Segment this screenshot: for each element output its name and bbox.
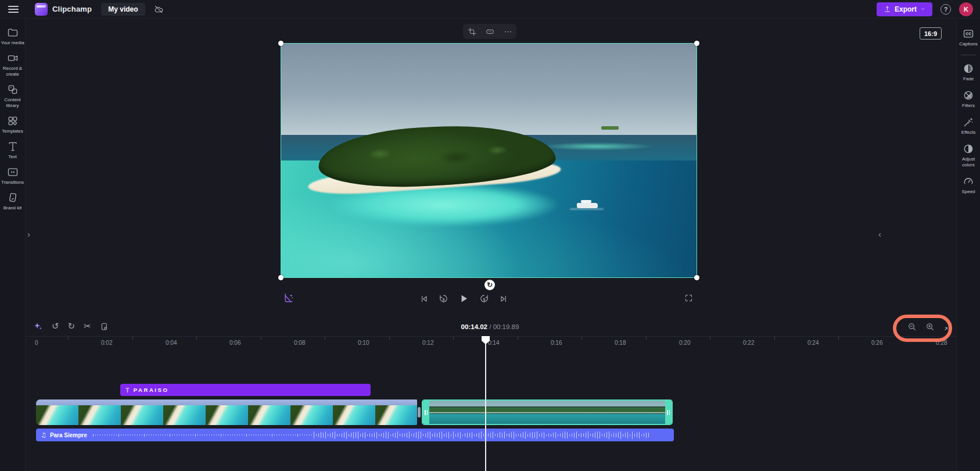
text-clip[interactable]: T PARAISO: [120, 384, 371, 396]
panel-divider: [961, 55, 976, 55]
ruler-tick: [325, 337, 325, 340]
sidebar-item-record-create[interactable]: Record & create: [0, 51, 26, 78]
skip-end-icon: [499, 294, 508, 304]
panel-item-fade[interactable]: Fade: [956, 62, 980, 83]
panel-label: Effects: [956, 130, 980, 135]
add-media-icon: [100, 322, 109, 331]
ruler-label: 0:26: [871, 340, 882, 346]
selection-handle-top-right[interactable]: [694, 41, 699, 46]
ruler-tick: [710, 337, 710, 340]
zoom-to-fit-button[interactable]: [942, 320, 954, 333]
zoom-out-icon: [907, 322, 917, 331]
selection-handle-top-left[interactable]: [278, 41, 283, 46]
timeline-zoom-controls: [906, 320, 954, 333]
panel-item-captions[interactable]: Captions: [956, 27, 980, 48]
fit-icon: [485, 27, 495, 36]
seek-back-button[interactable]: 5: [437, 292, 450, 305]
ruler-label: 0: [35, 340, 38, 346]
templates-icon: [7, 115, 19, 127]
more-options-icon: [504, 27, 512, 36]
panel-label: Captions: [956, 41, 980, 47]
aspect-ratio-badge[interactable]: 16:9: [920, 27, 942, 40]
app-name: Clipchamp: [52, 5, 92, 13]
crop-button[interactable]: [466, 26, 478, 37]
ruler-label: 0:24: [807, 340, 819, 346]
menu-icon[interactable]: [8, 6, 19, 13]
ruler-label: 0:16: [551, 340, 562, 346]
panel-label: Adjust colors: [956, 156, 980, 168]
play-button[interactable]: [457, 292, 471, 305]
fullscreen-icon: [684, 294, 693, 302]
sidebar-label: Content library: [1, 97, 25, 109]
trim-handle-right[interactable]: [665, 401, 672, 424]
audio-clip[interactable]: ♫ Para Siempre: [36, 429, 674, 441]
cloud-off-icon: [153, 4, 164, 15]
collapse-right-panel-chevron[interactable]: ‹: [878, 230, 881, 238]
folder-icon: [7, 27, 19, 38]
more-options-button[interactable]: [502, 26, 514, 37]
adjust-colors-icon: [963, 143, 974, 155]
text-icon: [7, 141, 19, 152]
avatar-initial: K: [964, 6, 968, 13]
sidebar-label: Text: [1, 154, 25, 160]
timeline-ruler[interactable]: 0 0:02 0:04 0:06 0:08 0:10 0:12 0:14 0:1…: [0, 336, 980, 348]
seek-forward-button[interactable]: 5: [478, 292, 490, 305]
clip-edge-handle[interactable]: [418, 407, 421, 418]
ruler-tick: [68, 337, 69, 340]
panel-item-adjust-colors[interactable]: Adjust colors: [956, 142, 980, 169]
sidebar-item-your-media[interactable]: Your media: [0, 26, 26, 47]
timeline-toolbar: ↺ ↻ ✂ 00:14.02 / 00:19.89: [0, 317, 980, 336]
transport-controls: 5 5: [418, 292, 509, 305]
sidebar-item-content-library[interactable]: Content library: [0, 83, 26, 110]
skip-to-end-button[interactable]: [498, 293, 509, 305]
audio-clip-label: Para Siempre: [50, 432, 87, 438]
clip-thumbnail: [163, 399, 206, 425]
selection-handle-bottom-right[interactable]: [694, 275, 699, 280]
avatar[interactable]: K: [959, 2, 973, 16]
zoom-out-button[interactable]: [906, 320, 918, 333]
ai-edit-button[interactable]: [283, 292, 295, 304]
video-track: [0, 399, 980, 425]
zoom-in-button[interactable]: [924, 320, 936, 333]
brand-kit-icon: [7, 192, 19, 204]
speed-icon: [963, 176, 974, 187]
fit-button[interactable]: [484, 26, 496, 37]
redo-button[interactable]: ↻: [66, 320, 77, 333]
clip-thumbnail: [375, 399, 417, 425]
redo-icon: ↻: [68, 322, 76, 331]
ruler-tick: [581, 337, 582, 340]
panel-item-effects[interactable]: Effects: [956, 115, 980, 137]
total-duration: 00:19.89: [493, 323, 519, 330]
video-clip-1[interactable]: [36, 399, 417, 425]
undo-button[interactable]: ↺: [50, 320, 61, 333]
sidebar-item-brand-kit[interactable]: Brand kit: [0, 191, 26, 212]
expand-left-panel-chevron[interactable]: ›: [27, 230, 30, 238]
sidebar-item-transitions[interactable]: Transitions: [0, 165, 26, 187]
video-preview[interactable]: [281, 43, 697, 278]
export-button[interactable]: Export: [877, 2, 932, 16]
skip-to-start-button[interactable]: [418, 293, 430, 305]
selection-handle-bottom-left[interactable]: [278, 275, 283, 280]
project-title-input[interactable]: My video: [101, 3, 145, 16]
ai-suggestions-button[interactable]: [31, 320, 45, 333]
help-icon: ?: [944, 6, 948, 13]
transitions-icon: [7, 166, 19, 178]
clipchamp-logo: [35, 3, 48, 16]
panel-item-speed[interactable]: Speed: [956, 174, 980, 196]
sidebar-item-text[interactable]: Text: [0, 140, 26, 161]
trim-handle-left[interactable]: [423, 401, 429, 424]
clip-thumbnail: [78, 399, 121, 425]
split-button[interactable]: ✂: [82, 320, 93, 333]
ruler-tick: [261, 337, 261, 340]
panel-item-filters[interactable]: Filters: [956, 88, 980, 110]
rotate-handle[interactable]: ↻: [484, 280, 495, 290]
fullscreen-button[interactable]: [684, 294, 693, 302]
audio-waveform: [93, 430, 674, 440]
text-clip-label: PARAISO: [134, 387, 169, 393]
help-button[interactable]: ?: [940, 4, 951, 15]
video-clip-2-selected[interactable]: [422, 399, 673, 425]
sidebar-item-templates[interactable]: Templates: [0, 114, 26, 135]
clip-thumbnail: [206, 399, 248, 425]
add-media-button[interactable]: [98, 320, 111, 333]
captions-icon: [963, 28, 974, 40]
